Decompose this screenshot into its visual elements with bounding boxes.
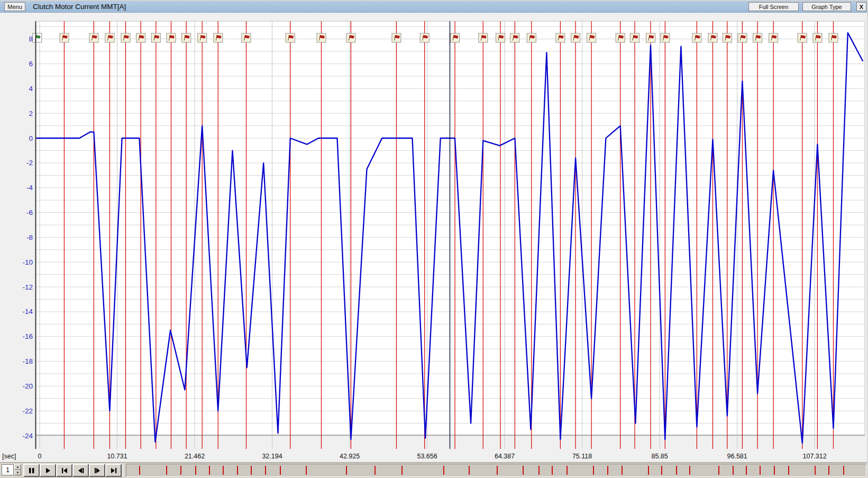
event-flag-icon[interactable] (571, 33, 580, 42)
event-flag-icon[interactable] (631, 33, 639, 42)
event-flag-icon[interactable] (182, 33, 191, 42)
scrub-event-tick[interactable] (306, 466, 307, 475)
event-flag-icon[interactable] (829, 33, 838, 42)
x-tick-label: 64.387 (495, 453, 515, 460)
pause-icon (28, 467, 36, 474)
event-flag-icon[interactable] (105, 33, 114, 42)
timeline-scrub-bar[interactable] (126, 464, 866, 477)
event-flag-icon[interactable] (479, 33, 488, 42)
event-flag-icon[interactable] (242, 33, 251, 42)
start-flag-icon[interactable] (33, 33, 42, 42)
event-flag-icon[interactable] (616, 33, 625, 42)
step-forward-button[interactable] (89, 464, 105, 477)
scrub-event-tick[interactable] (139, 466, 140, 475)
scrub-event-tick[interactable] (346, 466, 347, 475)
event-flag-icon[interactable] (420, 33, 429, 42)
scrub-event-tick[interactable] (166, 466, 167, 475)
scrub-event-tick[interactable] (746, 466, 747, 475)
scrub-event-tick[interactable] (538, 466, 540, 475)
event-flag-icon[interactable] (89, 33, 98, 42)
event-flag-icon[interactable] (286, 33, 295, 42)
transport-buttons (23, 464, 126, 477)
scrub-event-tick[interactable] (265, 466, 266, 475)
scrub-event-tick[interactable] (374, 466, 376, 475)
scrub-event-tick[interactable] (774, 466, 775, 475)
event-flag-icon[interactable] (692, 33, 701, 42)
scrub-event-tick[interactable] (552, 466, 553, 475)
event-flag-icon[interactable] (723, 33, 732, 42)
spin-up-icon[interactable]: ▲ (14, 464, 21, 470)
scrub-event-tick[interactable] (593, 466, 594, 475)
event-flag-icon[interactable] (798, 33, 807, 42)
event-flag-icon[interactable] (753, 33, 762, 42)
scrub-event-tick[interactable] (567, 466, 568, 475)
event-flag-icon[interactable] (214, 33, 223, 42)
play-button[interactable] (40, 464, 56, 477)
event-flag-icon[interactable] (813, 33, 822, 42)
scrub-event-tick[interactable] (209, 466, 210, 475)
scrub-event-tick[interactable] (843, 466, 844, 475)
skip-start-button[interactable] (56, 464, 72, 477)
x-tick-label: 53.656 (417, 453, 437, 460)
scrub-event-tick[interactable] (689, 466, 690, 475)
scrub-event-tick[interactable] (828, 466, 829, 475)
event-flag-icon[interactable] (510, 33, 519, 42)
event-flag-icon[interactable] (738, 33, 747, 42)
scrub-event-tick[interactable] (223, 466, 224, 475)
scrub-event-tick[interactable] (443, 466, 444, 475)
event-flag-icon[interactable] (198, 33, 207, 42)
scrub-event-tick[interactable] (676, 466, 677, 475)
event-flag-icon[interactable] (392, 33, 401, 42)
event-flag-icon[interactable] (646, 33, 655, 42)
spin-down-icon[interactable]: ▼ (14, 470, 21, 476)
event-flag-icon[interactable] (167, 33, 176, 42)
event-flag-icon[interactable] (661, 33, 670, 42)
scrub-event-tick[interactable] (497, 466, 498, 475)
event-flag-icon[interactable] (769, 33, 778, 42)
event-flag-icon[interactable] (451, 33, 460, 42)
scrub-event-tick[interactable] (401, 466, 403, 475)
pause-button[interactable] (23, 464, 40, 477)
step-back-button[interactable] (72, 464, 89, 477)
scrub-event-tick[interactable] (661, 466, 662, 475)
y-tick-label: -4 (26, 184, 33, 192)
scrub-event-tick[interactable] (607, 466, 608, 475)
event-flag-icon[interactable] (527, 33, 536, 42)
scrub-event-tick[interactable] (760, 466, 761, 475)
scrub-event-tick[interactable] (237, 466, 238, 475)
x-tick-label: 21.462 (185, 453, 205, 460)
event-flag-icon[interactable] (587, 33, 596, 42)
event-flag-icon[interactable] (496, 33, 505, 42)
chart-canvas[interactable]: 86420-2-4-6-8-10-12-14-16-18-20-22-24010… (0, 1, 868, 462)
event-flag-icon[interactable] (136, 33, 145, 42)
scrub-event-tick[interactable] (523, 466, 524, 475)
event-flag-icon[interactable] (121, 33, 130, 42)
scrub-event-tick[interactable] (195, 466, 196, 475)
speed-spinner[interactable]: 1 ▲ ▼ (2, 464, 22, 476)
y-tick-label: -22 (22, 407, 33, 415)
scrub-event-tick[interactable] (648, 466, 649, 475)
scrub-event-tick[interactable] (469, 466, 470, 475)
y-tick-label: -8 (26, 233, 33, 241)
step-forward-icon (93, 467, 102, 474)
scrub-event-tick[interactable] (280, 466, 281, 475)
scrub-event-tick[interactable] (788, 466, 789, 475)
event-flag-icon[interactable] (346, 33, 355, 42)
y-tick-label: -24 (22, 432, 33, 440)
plot-area[interactable] (36, 21, 865, 435)
scrub-event-tick[interactable] (733, 466, 734, 475)
y-tick-label: 0 (29, 134, 33, 142)
event-flag-icon[interactable] (317, 33, 326, 42)
scrub-event-tick[interactable] (815, 466, 816, 475)
x-tick-label: 85.85 (651, 453, 668, 460)
event-flag-icon[interactable] (60, 33, 69, 42)
event-flag-icon[interactable] (708, 33, 717, 42)
scrub-event-tick[interactable] (718, 466, 719, 475)
skip-end-button[interactable] (105, 464, 122, 477)
scrub-event-tick[interactable] (622, 466, 623, 475)
scrub-event-tick[interactable] (251, 466, 252, 475)
event-flag-icon[interactable] (556, 33, 565, 42)
scrub-event-tick[interactable] (180, 466, 181, 475)
event-flag-icon[interactable] (151, 33, 160, 42)
speed-value[interactable]: 1 (2, 464, 14, 475)
